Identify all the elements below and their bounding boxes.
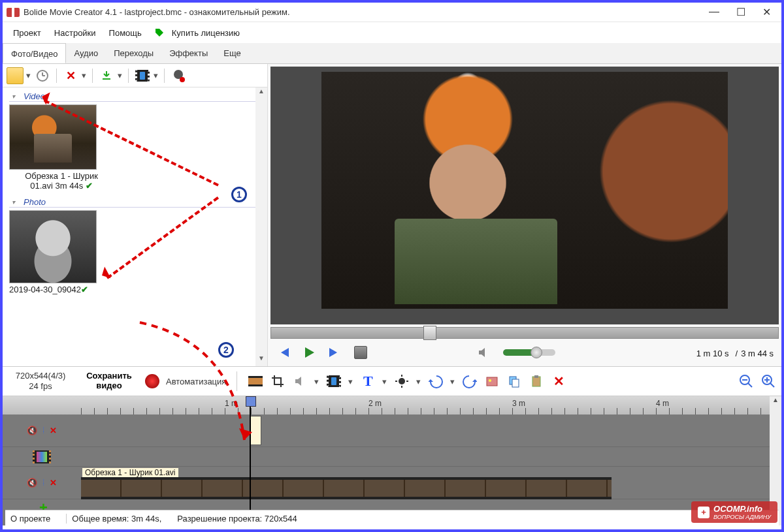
photo-caption: 2019-04-30_09042✔ [9, 285, 107, 294]
film-dropdown[interactable]: ▾ [154, 70, 159, 80]
seek-knob[interactable] [423, 326, 436, 340]
library-tabs: Фото/Видео Аудио Переходы Эффекты Еще [3, 43, 781, 64]
timeline-toolbar: 720x544(4/3) 24 fps Сохранить видео Авто… [3, 366, 781, 396]
volume-slider[interactable] [503, 349, 555, 356]
overlay-clip[interactable] [250, 416, 261, 445]
tab-audio[interactable]: Аудио [66, 43, 106, 63]
titlebar: Bolide Movie Creator 4.1 - lastproject.b… [3, 3, 781, 22]
library-toolbar: ▾ ✕ ▾ ▾ ▾ [3, 64, 267, 87]
scroll-down-icon[interactable]: ▼ [255, 354, 267, 366]
menubar: Проект Настройки Помощь Купить лицензию [3, 22, 781, 43]
svg-line-22 [770, 383, 774, 387]
chevron-icon[interactable]: ⸽ [41, 426, 46, 435]
prev-frame-button[interactable] [276, 345, 290, 360]
download-dropdown[interactable]: ▾ [118, 70, 123, 80]
playhead[interactable] [250, 396, 251, 512]
minimize-button[interactable]: — [709, 6, 719, 18]
annotation-badge-2: 2 [218, 342, 234, 358]
track-delete-icon[interactable]: ✕ [50, 426, 57, 435]
library-scrollbar[interactable]: ▲ ▼ [255, 87, 267, 366]
snapshot-button[interactable] [484, 373, 500, 389]
recent-button[interactable] [34, 67, 51, 84]
svg-point-5 [399, 378, 405, 384]
video-thumbnail[interactable] [9, 104, 97, 170]
next-frame-button[interactable] [328, 345, 342, 360]
svg-rect-14 [532, 377, 540, 386]
app-logo-icon [7, 8, 20, 17]
svg-rect-10 [487, 377, 497, 386]
menu-buy-license[interactable]: Купить лицензию [150, 23, 250, 43]
tab-more[interactable]: Еще [216, 43, 248, 63]
track-thumb [3, 447, 781, 467]
close-button[interactable]: ✕ [762, 6, 771, 18]
maximize-button[interactable]: ☐ [736, 6, 745, 18]
video-caption: Обрезка 1 - Шурик 01.avi 3m 44s ✔ [9, 171, 114, 191]
svg-rect-13 [512, 379, 519, 387]
preview-frame [321, 72, 728, 309]
scroll-up-icon[interactable]: ▲ [255, 87, 267, 99]
record-button[interactable] [145, 374, 159, 388]
photo-thumbnail[interactable] [9, 210, 97, 283]
mute-icon[interactable]: 🔇 [27, 478, 37, 488]
window-title: Bolide Movie Creator 4.1 - lastproject.b… [24, 7, 709, 17]
status-about[interactable]: О проекте [10, 514, 50, 524]
track-header: 🔇 ⸽ ✕ [3, 467, 81, 499]
svg-point-11 [489, 379, 491, 382]
playback-time: 1 m 10 s / 3 m 44 s [696, 346, 774, 360]
track-overlay[interactable]: 🔇 ⸽ ✕ [3, 415, 781, 447]
preview-canvas[interactable] [270, 67, 779, 324]
volume-icon[interactable] [477, 345, 491, 360]
remove-button[interactable]: ✕ [62, 67, 79, 84]
tab-transitions[interactable]: Переходы [106, 43, 161, 63]
download-button[interactable] [98, 67, 115, 84]
zoom-out-button[interactable] [738, 373, 754, 389]
save-video-button[interactable]: Сохранить видео [80, 371, 139, 391]
watermark: + OCOMP.info ВОПРОСЫ АДМИНУ [691, 501, 777, 523]
clip-label: Обрезка 1 - Шурик 01.avi [82, 468, 178, 477]
clip-menu-button[interactable] [326, 373, 342, 389]
mute-icon[interactable]: 🔇 [27, 426, 37, 435]
brightness-button[interactable] [394, 373, 410, 389]
undo-button[interactable] [428, 373, 444, 389]
track-delete-icon[interactable]: ✕ [50, 478, 57, 488]
delete-clip-button[interactable]: ✕ [551, 373, 566, 389]
video-clip[interactable] [81, 477, 612, 499]
status-total-time: Общее время: 3m 44s, [66, 514, 161, 524]
audio-button[interactable] [292, 373, 308, 389]
play-button[interactable] [302, 345, 316, 360]
webcam-button[interactable] [170, 67, 187, 84]
group-header-photo[interactable]: Photo [9, 197, 261, 208]
svg-line-18 [748, 383, 752, 387]
track-header: 🔇 ⸽ ✕ [3, 415, 81, 446]
menu-project[interactable]: Проект [8, 25, 46, 40]
paste-button[interactable] [529, 373, 544, 389]
svg-rect-15 [534, 375, 538, 378]
add-file-button[interactable] [7, 67, 24, 84]
tag-icon [155, 28, 164, 37]
zoom-in-button[interactable] [760, 373, 776, 389]
film-icon [327, 375, 341, 387]
stop-button[interactable] [354, 346, 367, 359]
split-clip-button[interactable] [248, 373, 263, 389]
add-file-dropdown[interactable]: ▾ [26, 70, 31, 80]
text-button[interactable]: T [360, 373, 376, 389]
tab-photo-video[interactable]: Фото/Видео [3, 43, 66, 63]
chevron-icon[interactable]: ⸽ [41, 478, 46, 488]
plus-icon: + [698, 507, 710, 518]
film-icon [135, 70, 150, 82]
menu-help[interactable]: Помощь [104, 25, 147, 40]
project-info: 720x544(4/3) 24 fps [8, 371, 73, 391]
seek-bar[interactable] [270, 327, 779, 339]
track-video[interactable]: 🔇 ⸽ ✕ Обрезка 1 - Шурик 01.avi [3, 467, 781, 499]
remove-dropdown[interactable]: ▾ [82, 70, 87, 80]
menu-settings[interactable]: Настройки [49, 25, 101, 40]
redo-button[interactable] [462, 373, 478, 389]
automation-button[interactable]: Автоматизация [166, 377, 226, 386]
timeline-ruler[interactable]: 1 m 2 m 3 m 4 m [3, 396, 781, 415]
film-button[interactable] [134, 67, 151, 84]
tab-effects[interactable]: Эффекты [161, 43, 216, 63]
timeline: 1 m 2 m 3 m 4 m 🔇 ⸽ ✕ 🔇 ⸽ ✕ Обрезка 1 - … [3, 396, 781, 525]
crop-button[interactable] [270, 373, 286, 389]
library-panel: ▾ ✕ ▾ ▾ ▾ Video Обрезка 1 - Шурик 0 [3, 64, 268, 366]
copy-button[interactable] [506, 373, 522, 389]
